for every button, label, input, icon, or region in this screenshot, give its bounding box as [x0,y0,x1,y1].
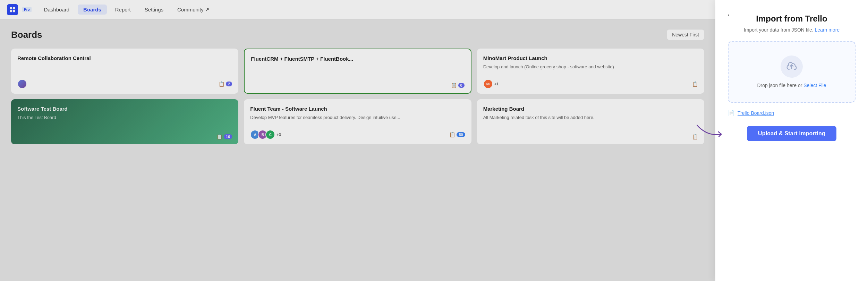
board-card-title: MinoMart Product Launch [483,55,698,62]
board-card-footer: 📋 2 [17,79,232,89]
board-card-fluent-team[interactable]: Fluent Team - Software Launch Develop MV… [244,99,471,144]
task-badge: 📋 [692,81,698,87]
task-badge: 📋 10 [216,134,232,139]
board-card-footer: 📋 10 [17,134,232,139]
sort-button[interactable]: Newest First [667,29,704,40]
svg-rect-2 [10,10,12,12]
task-icon: 📋 [449,132,455,137]
task-badge: 📋 0 [451,83,465,88]
board-card-title: FluentCRM + FluentSMTP + FluentBook... [251,56,464,62]
svg-rect-0 [10,7,12,9]
board-avatars: A B C +3 [250,130,281,139]
svg-rect-1 [13,7,15,9]
task-count: 50 [457,132,465,137]
board-card-fluent-crm[interactable]: FluentCRM + FluentSMTP + FluentBook... 📋… [244,49,471,94]
task-icon: 📋 [451,83,457,88]
upload-btn-row: Upload & Start Importing [728,126,856,141]
task-count: 2 [226,82,232,86]
page-title: Boards [11,29,42,40]
board-card-desc: This the Test Board [17,114,232,121]
board-card-desc: Develop and launch (Online grocery shop … [483,64,698,70]
select-file-link[interactable]: Select File [803,83,826,88]
import-subtitle: Import your data from JSON file. Learn m… [728,27,856,33]
drop-zone-text: Drop json file here or Select File [757,83,826,88]
board-card-desc: Develop MVP features for seamless produc… [250,114,465,121]
import-title: Import from Trello [728,14,856,24]
avatar: C [265,130,275,139]
board-card-desc: All Marketing related task of this site … [483,114,698,121]
boards-content: Boards Newest First Remote Collaboration… [0,19,715,281]
task-count: 10 [224,134,232,139]
avatar [17,79,27,89]
pro-badge: Pro [22,7,32,12]
board-card-footer: 📋 0 [251,83,464,88]
file-doc-icon: 📄 [728,110,735,116]
avatar-count: +1 [494,82,499,86]
app-logo [7,4,18,15]
nav-dashboard[interactable]: Dashboard [39,5,75,15]
board-card-footer: 📋 [483,134,698,139]
board-card-software-test[interactable]: Software Test Board This the Test Board … [11,99,238,144]
board-avatars: KS +1 [483,79,499,89]
task-count: 0 [458,83,465,88]
file-selected-row: 📄 Trello Board.json [728,110,856,116]
task-icon: 📋 [219,81,224,87]
avatar-count: +3 [276,133,281,137]
board-avatars [17,79,27,89]
boards-grid: Remote Collaboration Central 📋 2 FluentC… [11,49,704,144]
back-button[interactable]: ← [725,10,735,20]
board-card-title: Marketing Board [483,105,698,112]
board-card-footer: A B C +3 📋 50 [250,130,465,139]
board-card-minomart[interactable]: MinoMart Product Launch Develop and laun… [477,49,704,94]
task-icon: 📋 [692,81,698,87]
selected-file-name[interactable]: Trello Board.json [738,110,774,116]
board-card-footer: KS +1 📋 [483,79,698,89]
board-card-marketing[interactable]: Marketing Board All Marketing related ta… [477,99,704,144]
task-badge: 📋 50 [449,132,465,137]
board-card-title: Software Test Board [17,105,232,112]
task-icon: 📋 [216,134,222,139]
avatar: KS [483,79,493,89]
upload-cloud-icon [786,61,797,72]
arrow-decoration [693,119,731,143]
nav-report[interactable]: Report [110,5,136,15]
upload-start-button[interactable]: Upload & Start Importing [747,126,836,141]
navigation: Pro Dashboard Boards Report Settings Com… [0,0,715,19]
board-card-remote-collab[interactable]: Remote Collaboration Central 📋 2 [11,49,238,94]
nav-community[interactable]: Community ↗ [172,5,215,15]
task-badge: 📋 2 [219,81,232,87]
drop-zone[interactable]: Drop json file here or Select File [728,41,856,103]
svg-rect-3 [13,10,15,12]
boards-header: Boards Newest First [11,29,704,40]
upload-icon-container [781,56,803,78]
learn-more-link[interactable]: Learn more [815,27,840,33]
import-panel: ← Import from Trello Import your data fr… [715,0,868,281]
board-card-title: Fluent Team - Software Launch [250,105,465,112]
nav-settings[interactable]: Settings [139,5,169,15]
nav-boards[interactable]: Boards [78,5,107,15]
board-card-title: Remote Collaboration Central [17,55,232,62]
